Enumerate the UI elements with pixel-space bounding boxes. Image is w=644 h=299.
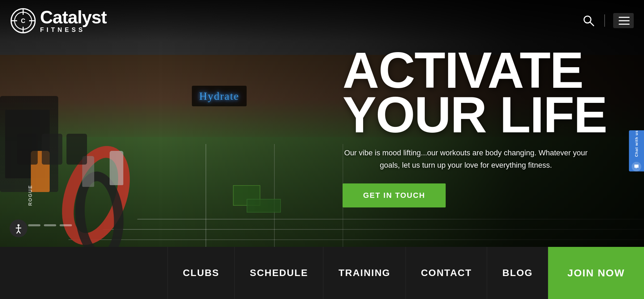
accessibility-button[interactable] [10,219,27,237]
svg-line-8 [590,22,594,26]
nav-item-contact[interactable]: CONTACT [406,247,487,299]
hero-title-line2: YOUR LIFE [343,93,623,137]
nav-item-schedule[interactable]: SCHEDULE [235,247,323,299]
header-actions [581,13,634,28]
svg-line-13 [18,231,20,233]
nav-item-clubs[interactable]: CLUBS [168,247,235,299]
hamburger-menu-button[interactable] [613,13,634,28]
hero-section: Hydrate ROGUE [0,0,644,247]
nav-item-training[interactable]: TRAINING [323,247,406,299]
svg-text:C: C [21,17,25,24]
bottom-nav: CLUBS SCHEDULE TRAINING CONTACT BLOG JOI… [0,247,644,299]
site-header: C Catalyst FITNESS [0,0,644,41]
hero-subtitle: Our vibe is mood lifting...our workouts … [343,147,589,171]
menu-line-3 [619,24,630,25]
logo-text-group: Catalyst FITNESS [40,8,107,33]
hero-title: ACTIVATE YOUR LIFE [343,48,623,137]
logo-sub-name: FITNESS [40,27,107,33]
site-logo[interactable]: C Catalyst FITNESS [10,8,107,34]
chat-widget[interactable]: Chat with us [629,130,644,171]
accessibility-icon [13,223,24,234]
logo-brand-name: Catalyst [40,8,107,26]
svg-point-9 [17,224,20,226]
slide-dot-3[interactable] [44,224,56,226]
menu-line-1 [619,17,630,18]
slide-dot-2[interactable] [28,224,40,226]
search-button[interactable] [581,13,596,28]
rogue-text: ROGUE [27,185,33,206]
nav-item-blog[interactable]: BLOG [487,247,548,299]
logo-icon: C [10,8,36,34]
cta-button[interactable]: GET IN TOUCH [343,183,446,207]
hero-content: ACTIVATE YOUR LIFE Our vibe is mood lift… [343,48,623,207]
header-divider [604,14,605,27]
menu-line-2 [619,20,630,21]
slide-dot-4[interactable] [60,224,72,226]
hero-title-line1: ACTIVATE [343,48,623,93]
chat-bubble-icon [632,162,641,171]
join-now-button[interactable]: JOIN NOW [548,247,644,299]
nav-items: CLUBS SCHEDULE TRAINING CONTACT BLOG JOI… [168,247,644,299]
chat-label: Chat with us [634,130,639,157]
search-icon [582,14,595,27]
